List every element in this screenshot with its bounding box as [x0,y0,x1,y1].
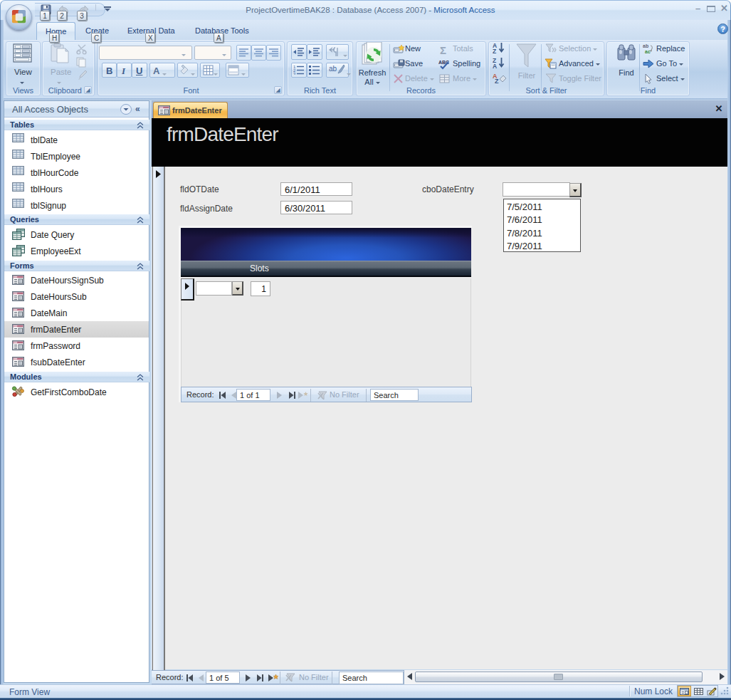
svg-text:ab: ab [643,43,648,48]
svg-text:A: A [493,63,497,69]
svg-text:Z: Z [493,48,496,54]
svg-text:3: 3 [293,72,296,75]
svg-text:ac: ac [645,49,651,54]
svg-text:Z: Z [495,78,499,84]
